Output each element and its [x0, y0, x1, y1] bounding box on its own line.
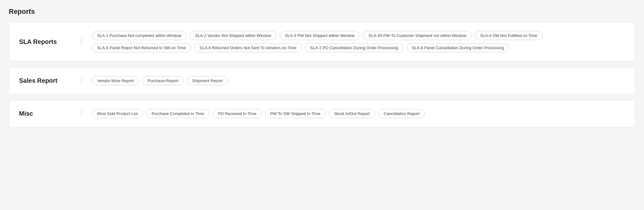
tag-sales-report-0[interactable]: Vendor-Wise Report: [92, 76, 139, 85]
tag-misc-2[interactable]: PO Received In Time: [213, 109, 262, 118]
section-title-misc: Misc: [19, 110, 82, 117]
tags-area-sales-report: Vendor-Wise ReportPurchase-ReportShipmen…: [92, 76, 625, 85]
tag-misc-4[interactable]: Stock In/Out Report: [329, 109, 375, 118]
section-title-sales-report: Sales Report: [19, 77, 82, 84]
tag-misc-5[interactable]: Cancellation Report: [378, 109, 425, 118]
tag-misc-0[interactable]: Most Sold Product List: [92, 109, 143, 118]
tag-misc-1[interactable]: Purchase Completed In Time: [146, 109, 210, 118]
section-misc: MiscMost Sold Product ListPurchase Compl…: [9, 100, 635, 127]
tag-sla-reports-8[interactable]: SLA-8 Panel Cancellation During Order Pr…: [407, 43, 510, 52]
tag-sla-reports-7[interactable]: SLA-7 PO Cancellation During Order Proce…: [305, 43, 403, 52]
tag-sla-reports-4[interactable]: SLA-4 SW Not Fulfilled on Time: [475, 31, 543, 40]
tags-area-sla-reports: SLA-1 Purchase Not completed within Wind…: [92, 31, 625, 52]
tag-sla-reports-2[interactable]: SLA-3 PW Not Shipped within Window: [280, 31, 360, 40]
section-title-sla-reports: SLA Reports: [19, 38, 82, 45]
tag-sla-reports-1[interactable]: SLA-2 Vendor Not Shipped within Window: [190, 31, 277, 40]
tag-sla-reports-5[interactable]: SLA-5 Panel Reject Not Returned to SW on…: [92, 43, 191, 52]
tag-sla-reports-6[interactable]: SLA-6 Returned Orders Not Sent To Vendor…: [194, 43, 302, 52]
section-sla-reports: SLA ReportsSLA-1 Purchase Not completed …: [9, 22, 635, 61]
tags-area-misc: Most Sold Product ListPurchase Completed…: [92, 109, 625, 118]
tag-sla-reports-3[interactable]: SLA-3A PW To Customer Shipment not withi…: [363, 31, 472, 40]
tag-sales-report-2[interactable]: Shipment Report: [187, 76, 228, 85]
tag-sales-report-1[interactable]: Purchase-Report: [142, 76, 184, 85]
section-sales-report: Sales ReportVendor-Wise ReportPurchase-R…: [9, 67, 635, 94]
tag-misc-3[interactable]: PW To SW Shipped In Time: [265, 109, 326, 118]
tag-sla-reports-0[interactable]: SLA-1 Purchase Not completed within Wind…: [92, 31, 187, 40]
page-title: Reports: [9, 8, 635, 16]
